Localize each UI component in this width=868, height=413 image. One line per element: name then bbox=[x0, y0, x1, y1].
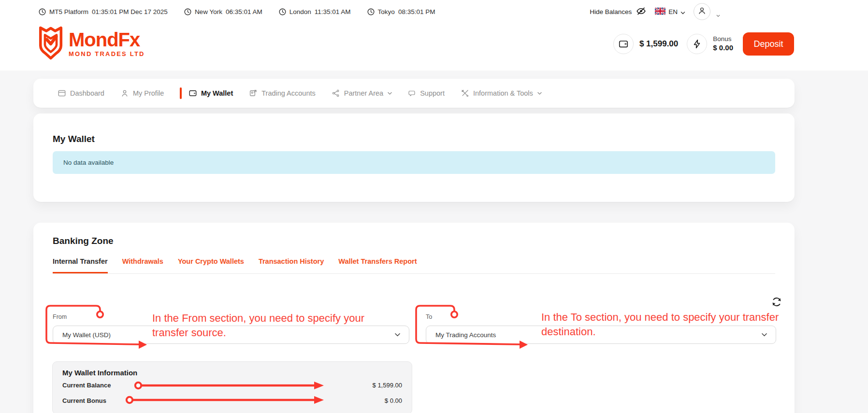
clock-icon bbox=[367, 8, 375, 15]
tab-withdrawals[interactable]: Withdrawals bbox=[122, 257, 163, 273]
header-main-row: MondFx MOND TRADES LTD $ 1,599.00 Bonus … bbox=[0, 23, 868, 71]
nav-item-trading-accounts[interactable]: Trading Accounts bbox=[249, 89, 316, 98]
bonus-value: $ 0.00 bbox=[713, 43, 733, 53]
clock-strip: MT5 Platform 01:35:01 PM Dec 17 2025 New… bbox=[39, 8, 435, 15]
clock-time: 08:35:01 PM bbox=[398, 8, 435, 15]
chevron-down-icon bbox=[761, 331, 767, 339]
user-icon bbox=[697, 6, 707, 17]
language-selector[interactable]: EN bbox=[655, 7, 685, 16]
partner-area-icon bbox=[332, 89, 340, 98]
topbar: MT5 Platform 01:35:01 PM Dec 17 2025 New… bbox=[0, 0, 868, 23]
my-wallet-information-panel: My Wallet Information Current Balance $ … bbox=[52, 361, 412, 413]
clock-icon bbox=[39, 8, 46, 15]
wallet-info-row-balance: Current Balance $ 1,599.00 bbox=[62, 378, 402, 392]
topbar-right: Hide Balances EN bbox=[590, 3, 720, 20]
no-data-banner: No data available bbox=[53, 151, 775, 174]
wallet-balance: $ 1,599.00 bbox=[639, 39, 678, 49]
clock-mt5: MT5 Platform 01:35:01 PM Dec 17 2025 bbox=[39, 8, 168, 15]
brand-name: MondFx bbox=[69, 30, 145, 49]
wallet-info-title: My Wallet Information bbox=[62, 369, 402, 377]
balance-group: $ 1,599.00 Bonus $ 0.00 Deposit bbox=[613, 32, 794, 56]
nav-item-partner-area[interactable]: Partner Area bbox=[332, 89, 391, 98]
bonus-label: Bonus bbox=[713, 35, 733, 43]
tools-icon bbox=[461, 89, 469, 98]
to-select[interactable]: My Trading Accounts bbox=[426, 326, 776, 344]
from-label: From bbox=[53, 313, 409, 320]
deposit-button[interactable]: Deposit bbox=[743, 32, 794, 56]
my-wallet-title: My Wallet bbox=[53, 134, 775, 144]
clock-icon bbox=[184, 8, 191, 15]
header: MT5 Platform 01:35:01 PM Dec 17 2025 New… bbox=[0, 0, 868, 71]
from-selected-value: My Wallet (USD) bbox=[62, 331, 111, 339]
profile-caret-icon[interactable] bbox=[716, 11, 720, 19]
eye-off-icon bbox=[636, 6, 646, 17]
user-icon bbox=[120, 89, 129, 98]
uk-flag-icon bbox=[655, 7, 665, 16]
clock-london: London 11:35:01 AM bbox=[279, 8, 351, 15]
trading-accounts-icon bbox=[249, 89, 258, 98]
nav-item-my-wallet[interactable]: My Wallet bbox=[180, 87, 233, 99]
language-code: EN bbox=[668, 8, 678, 15]
transfer-form: From My Wallet (USD) To My Trading Accou… bbox=[53, 313, 776, 344]
nav-item-dashboard[interactable]: Dashboard bbox=[58, 89, 104, 98]
to-selected-value: My Trading Accounts bbox=[435, 331, 496, 339]
tab-internal-transfer[interactable]: Internal Transfer bbox=[53, 257, 108, 273]
no-data-message: No data available bbox=[63, 159, 114, 166]
hide-balances-toggle[interactable]: Hide Balances bbox=[590, 6, 646, 17]
refresh-icon[interactable] bbox=[771, 296, 782, 308]
brand-subtitle: MOND TRADES LTD bbox=[69, 50, 145, 57]
main-area: Dashboard My Profile My Wallet Trading A… bbox=[0, 71, 868, 413]
from-select[interactable]: My Wallet (USD) bbox=[53, 326, 409, 344]
profile-avatar[interactable] bbox=[694, 3, 710, 20]
banking-zone-section: Banking Zone Internal Transfer Withdrawa… bbox=[33, 223, 795, 413]
tab-wallet-transfers-report[interactable]: Wallet Transfers Report bbox=[338, 257, 417, 273]
clock-label: New York bbox=[195, 8, 222, 15]
clock-label: London bbox=[289, 8, 311, 15]
clock-label: MT5 Platform bbox=[49, 8, 88, 15]
brand-logo[interactable]: MondFx MOND TRADES LTD bbox=[37, 25, 145, 63]
clock-time: 06:35:01 AM bbox=[226, 8, 262, 15]
wallet-icon bbox=[188, 89, 197, 98]
active-indicator bbox=[180, 87, 182, 99]
my-wallet-section: My Wallet No data available bbox=[33, 114, 795, 202]
wallet-icon bbox=[613, 34, 634, 54]
tab-your-crypto-wallets[interactable]: Your Crypto Wallets bbox=[178, 257, 244, 273]
clock-tokyo: Tokyo 08:35:01 PM bbox=[367, 8, 435, 15]
tab-transaction-history[interactable]: Transaction History bbox=[259, 257, 324, 273]
main-nav: Dashboard My Profile My Wallet Trading A… bbox=[33, 79, 795, 108]
clock-icon bbox=[279, 8, 286, 15]
chevron-down-icon bbox=[394, 331, 401, 339]
banking-tabs: Internal Transfer Withdrawals Your Crypt… bbox=[53, 257, 775, 274]
clock-time: 11:35:01 AM bbox=[315, 8, 351, 15]
support-icon bbox=[407, 89, 416, 98]
chevron-down-icon bbox=[387, 91, 391, 96]
to-label: To bbox=[426, 313, 776, 320]
banking-zone-title: Banking Zone bbox=[53, 236, 775, 246]
clock-time: 01:35:01 PM Dec 17 2025 bbox=[92, 8, 168, 15]
nav-item-support[interactable]: Support bbox=[407, 89, 445, 98]
clock-newyork: New York 06:35:01 AM bbox=[184, 8, 262, 15]
dashboard-icon bbox=[58, 89, 66, 98]
nav-item-my-profile[interactable]: My Profile bbox=[120, 89, 164, 98]
clock-label: Tokyo bbox=[378, 8, 395, 15]
chevron-down-icon bbox=[680, 10, 685, 14]
mondfx-shield-icon bbox=[37, 25, 64, 63]
hide-balances-label: Hide Balances bbox=[590, 8, 632, 15]
lightning-icon bbox=[687, 34, 707, 54]
wallet-info-row-bonus: Current Bonus $ 0.00 bbox=[62, 393, 402, 408]
chevron-down-icon bbox=[537, 91, 541, 96]
nav-item-information-tools[interactable]: Information & Tools bbox=[461, 89, 541, 98]
